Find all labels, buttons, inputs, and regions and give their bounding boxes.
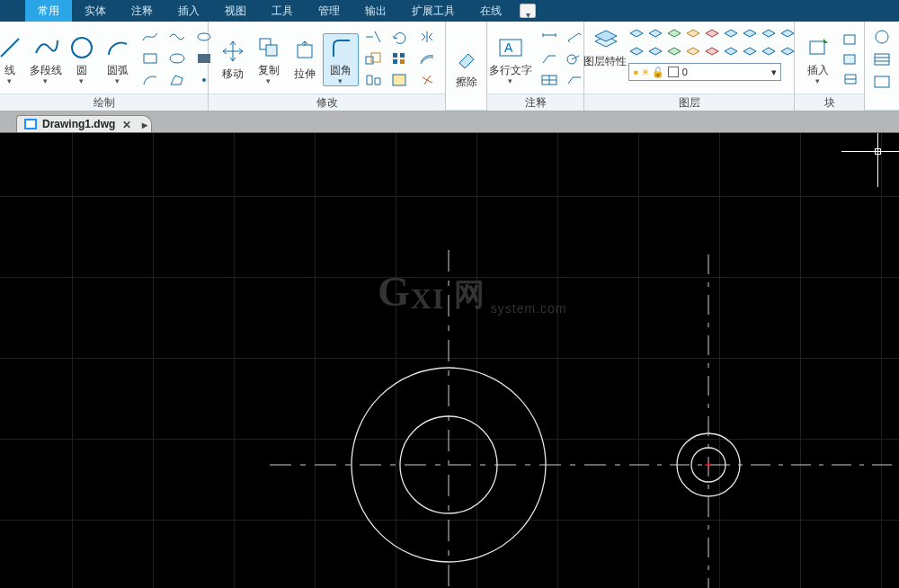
blk-create-icon[interactable] <box>840 31 861 49</box>
svg-rect-23 <box>844 35 855 44</box>
menu-tab-output[interactable]: 输出 <box>352 0 399 22</box>
tool-mtext[interactable]: A 多行文字▾ <box>486 34 535 85</box>
ribbon-panel-annotate: A 多行文字▾ 注释 <box>487 22 584 111</box>
layer-name: 0 <box>682 67 688 77</box>
svg-point-1 <box>72 38 92 58</box>
table-icon[interactable] <box>539 71 560 89</box>
layer-icon-17[interactable] <box>761 43 778 59</box>
misc-icon-3[interactable] <box>872 74 892 93</box>
tool-arc[interactable]: 圆弧▾ <box>100 34 136 85</box>
layer-icon-8[interactable] <box>761 25 778 41</box>
layer-icon-1[interactable] <box>628 25 645 41</box>
layer-icon-13[interactable] <box>685 43 702 59</box>
bulb-icon: ● <box>633 67 639 77</box>
tool-layer-props[interactable]: 图层特性 <box>582 25 628 69</box>
trim-icon[interactable] <box>362 28 384 46</box>
menu-tab-insert[interactable]: 插入 <box>165 0 212 22</box>
ellipse-icon[interactable] <box>166 49 188 67</box>
new-tab-icon[interactable]: ▸ <box>142 119 147 131</box>
misc-icon-2[interactable] <box>872 51 892 70</box>
arc2-icon[interactable] <box>139 71 161 89</box>
offset-icon[interactable] <box>416 49 438 67</box>
drawing-canvas[interactable]: GXI 网 system.com <box>0 133 899 588</box>
sun-icon: ☀ <box>641 67 650 78</box>
scale-icon[interactable] <box>362 49 384 67</box>
layer-icon-5[interactable] <box>704 25 721 41</box>
layer-icon-3[interactable] <box>666 25 683 41</box>
tool-copy[interactable]: 复制▾ <box>251 34 287 85</box>
layer-icon-15[interactable] <box>723 43 740 59</box>
menu-tab-ext[interactable]: 扩展工具 <box>399 0 467 22</box>
panel-title-block: 块 <box>795 94 864 111</box>
menu-tab-annotate[interactable]: 注释 <box>119 0 165 22</box>
menu-tab-view[interactable]: 视图 <box>212 0 259 22</box>
menu-tab-online[interactable]: 在线 <box>467 0 514 22</box>
layer-color-swatch <box>668 67 679 77</box>
menu-tab-tools[interactable]: 工具 <box>259 0 306 22</box>
tool-line[interactable]: 线▾ <box>0 34 28 85</box>
svg-rect-22 <box>810 41 824 54</box>
rect-icon[interactable] <box>139 49 161 67</box>
lock-icon: 🔓 <box>652 67 664 78</box>
align-icon[interactable] <box>362 71 384 89</box>
blk-edit-icon[interactable] <box>840 50 861 68</box>
ribbon-panel-layer: 图层特性 <box>584 22 795 111</box>
tool-polyline[interactable]: 多段线▾ <box>28 34 64 85</box>
svg-rect-24 <box>844 55 855 64</box>
ribbon-panel-misc <box>865 22 899 111</box>
svg-rect-9 <box>266 45 277 56</box>
layer-icon-12[interactable] <box>666 43 683 59</box>
tool-erase[interactable]: 擦除 <box>449 46 485 90</box>
svg-rect-27 <box>875 76 889 87</box>
panel-title-modify: 修改 <box>209 94 445 111</box>
tool-fillet[interactable]: 圆角▾ <box>323 33 359 86</box>
tool-insert-block[interactable]: 插入▾ <box>800 34 836 85</box>
menu-tab-solid[interactable]: 实体 <box>72 0 119 22</box>
document-tab-label: Drawing1.dwg <box>42 118 115 130</box>
layer-icon-10[interactable] <box>628 43 645 59</box>
document-tab[interactable]: Drawing1.dwg ✕ ▸ <box>16 115 152 132</box>
layer-icon-7[interactable] <box>742 25 759 41</box>
menu-tab-common[interactable]: 常用 <box>25 0 72 22</box>
svg-point-7 <box>202 78 206 82</box>
tool-circle[interactable]: 圆▾ <box>64 34 100 85</box>
svg-rect-2 <box>144 54 156 63</box>
layer-icon-14[interactable] <box>704 43 721 59</box>
drawing-svg <box>0 133 899 588</box>
layer-icon-16[interactable] <box>742 43 759 59</box>
layer-icon-11[interactable] <box>647 43 664 59</box>
svg-rect-13 <box>393 53 397 58</box>
close-icon[interactable]: ✕ <box>122 119 131 131</box>
layer-icon-2[interactable] <box>647 25 664 41</box>
tool-stretch[interactable]: 拉伸 <box>287 38 323 82</box>
panel-title-draw: 绘制 <box>0 94 208 111</box>
explode-icon[interactable] <box>416 71 438 89</box>
panel-title-layer: 图层 <box>584 94 794 111</box>
tool-move[interactable]: 移动 <box>215 38 251 82</box>
layer-icon-6[interactable] <box>723 25 740 41</box>
dim-linear-icon[interactable] <box>539 28 560 46</box>
spline-icon[interactable] <box>139 28 161 46</box>
svg-rect-26 <box>875 54 889 65</box>
menu-overflow-icon[interactable]: ▾ <box>520 4 536 18</box>
layer-icon-4[interactable] <box>685 25 702 41</box>
polyface-icon[interactable] <box>166 71 188 89</box>
mirror-icon[interactable] <box>416 28 438 46</box>
props-icon[interactable] <box>389 71 411 89</box>
panel-title-annotate: 注释 <box>487 94 583 111</box>
layer-dropdown[interactable]: ● ☀ 🔓 0 ▾ <box>628 63 781 81</box>
rotate-icon[interactable] <box>389 28 411 46</box>
squiggle-icon[interactable] <box>166 28 188 46</box>
ribbon-panel-modify: 移动 复制▾ 拉伸 圆角▾ <box>209 22 446 111</box>
block-small-tools <box>840 31 859 88</box>
ribbon: 线▾ 多段线▾ 圆▾ 圆弧▾ <box>0 22 899 111</box>
svg-rect-11 <box>366 57 373 64</box>
ribbon-panel-draw: 线▾ 多段线▾ 圆▾ 圆弧▾ <box>0 22 209 111</box>
crosshair-cursor <box>868 142 888 162</box>
document-tab-strip: Drawing1.dwg ✕ ▸ <box>0 111 899 133</box>
menu-tab-manage[interactable]: 管理 <box>306 0 352 22</box>
leader-icon[interactable] <box>539 49 560 67</box>
array-icon[interactable] <box>389 49 411 67</box>
misc-icon-1[interactable] <box>872 29 892 48</box>
blk-attr-icon[interactable] <box>840 70 861 88</box>
